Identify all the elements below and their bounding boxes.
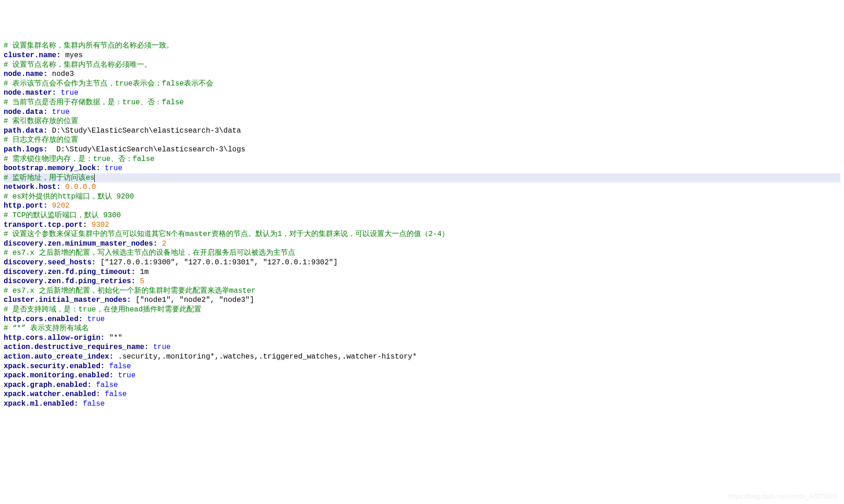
config-value: 9202 [48, 202, 70, 210]
config-value: ["node1", "node2", "node3"] [131, 296, 254, 304]
config-key: discovery.zen.fd.ping_retries: [4, 277, 135, 285]
code-line: # 监听地址，用于访问该es [4, 173, 840, 183]
config-key: action.destructive_requires_name: [4, 343, 149, 351]
config-key: xpack.ml.enabled: [4, 400, 78, 408]
config-value: myes [61, 51, 83, 59]
code-line: # 需求锁住物理内存，是：true、否：false [4, 155, 840, 164]
comment-text: # 日志文件存放的位置 [4, 136, 78, 144]
code-line: # 是否支持跨域，是：true，在使用head插件时需要此配置 [4, 305, 840, 315]
code-line: action.destructive_requires_name: true [4, 343, 840, 352]
code-line: cluster.initial_master_nodes: ["node1", … [4, 295, 840, 305]
comment-text: # 设置这个参数来保证集群中的节点可以知道其它N个有master资格的节点。默认… [4, 230, 449, 238]
code-line: # es7.x 之后新增的配置，初始化一个新的集群时需要此配置来选举master [4, 286, 840, 296]
config-value: D:\Study\ElasticSearch\elasticsearch-3\l… [48, 145, 245, 154]
config-key: xpack.monitoring.enabled: [4, 371, 114, 380]
config-key: cluster.initial_master_nodes: [4, 296, 131, 304]
config-key: network.host: [4, 183, 61, 191]
code-line: # 设置节点名称，集群内节点名称必须唯一。 [4, 60, 840, 70]
config-key: node.master: [4, 89, 56, 97]
code-line: # es7.x 之后新增的配置，写入候选主节点的设备地址，在开启服务后可以被选为… [4, 248, 840, 258]
comment-text: # 表示该节点会不会作为主节点，true表示会；false表示不会 [4, 80, 213, 88]
code-line: network.host: 0.0.0.0 [4, 182, 840, 192]
config-value: node3 [48, 70, 74, 78]
config-value: 2 [157, 240, 166, 248]
code-line: # 当前节点是否用于存储数据，是：true、否：false [4, 98, 840, 107]
config-value: ["127.0.0.1:9300", "127.0.0.1:9301", "12… [96, 258, 338, 267]
config-value: 1m [135, 268, 149, 276]
comment-text: # 索引数据存放的位置 [4, 117, 78, 125]
config-key: transport.tcp.port: [4, 221, 87, 229]
comment-text: # 设置节点名称，集群内节点名称必须唯一。 [4, 61, 151, 69]
config-code-block: # 设置集群名称，集群内所有节点的名称必须一致。cluster.name: my… [4, 41, 840, 408]
code-line: http.cors.allow-origin: "*" [4, 333, 840, 343]
comment-text: # 监听地址，用于访问该es [4, 174, 95, 182]
code-line: # 设置集群名称，集群内所有节点的名称必须一致。 [4, 41, 840, 51]
code-line: discovery.zen.minimum_master_nodes: 2 [4, 239, 840, 249]
comment-text: # 当前节点是否用于存储数据，是：true、否：false [4, 98, 184, 107]
code-line: node.master: true [4, 88, 840, 98]
config-value: "*" [105, 334, 122, 342]
comment-text: # 设置集群名称，集群内所有节点的名称必须一致。 [4, 42, 173, 50]
code-line: http.cors.enabled: true [4, 315, 840, 324]
code-line: xpack.monitoring.enabled: true [4, 371, 840, 381]
code-line: path.data: D:\Study\ElasticSearch\elasti… [4, 126, 840, 136]
code-line: http.port: 9202 [4, 201, 840, 211]
config-value: true [114, 371, 135, 380]
config-value: true [48, 108, 70, 116]
comment-text: # TCP的默认监听端口，默认 9300 [4, 211, 121, 220]
config-value: .security,.monitoring*,.watches,.trigger… [114, 353, 417, 361]
config-value: D:\Study\ElasticSearch\elasticsearch-3\d… [48, 127, 241, 135]
comment-text: # es对外提供的http端口，默认 9200 [4, 193, 134, 201]
code-line: bootstrap.memory_lock: true [4, 164, 840, 173]
config-value: true [83, 315, 105, 323]
config-key: http.cors.allow-origin: [4, 334, 105, 342]
config-key: xpack.security.enabled: [4, 362, 105, 370]
config-value: true [100, 164, 122, 172]
code-line: # 设置这个参数来保证集群中的节点可以知道其它N个有master资格的节点。默认… [4, 230, 840, 239]
config-key: discovery.seed_hosts: [4, 258, 96, 267]
config-key: path.logs: [4, 145, 48, 154]
comment-text: # 是否支持跨域，是：true，在使用head插件时需要此配置 [4, 306, 201, 314]
config-key: http.port: [4, 202, 48, 210]
code-line: node.data: true [4, 107, 840, 117]
code-line: transport.tcp.port: 9302 [4, 220, 840, 230]
code-line: cluster.name: myes [4, 51, 840, 60]
config-value: false [92, 381, 118, 389]
code-line: discovery.seed_hosts: ["127.0.0.1:9300",… [4, 258, 840, 268]
config-value: false [100, 390, 127, 398]
code-line: # 日志文件存放的位置 [4, 135, 840, 145]
config-key: bootstrap.memory_lock: [4, 164, 100, 172]
config-key: node.name: [4, 70, 48, 78]
code-line: # “*” 表示支持所有域名 [4, 324, 840, 333]
config-value: true [56, 89, 78, 97]
code-line: # TCP的默认监听端口，默认 9300 [4, 211, 840, 220]
config-key: action.auto_create_index: [4, 353, 114, 361]
comment-text: # 需求锁住物理内存，是：true、否：false [4, 155, 155, 163]
code-line: # 索引数据存放的位置 [4, 117, 840, 126]
config-value: 0.0.0.0 [61, 183, 96, 191]
code-line: xpack.graph.enabled: false [4, 381, 840, 390]
config-key: discovery.zen.fd.ping_timeout: [4, 268, 135, 276]
config-key: node.data: [4, 108, 48, 116]
config-key: http.cors.enabled: [4, 315, 83, 323]
config-key: path.data: [4, 127, 48, 135]
config-value: false [105, 362, 131, 370]
comment-text: # es7.x 之后新增的配置，初始化一个新的集群时需要此配置来选举master [4, 287, 255, 295]
code-line: # 表示该节点会不会作为主节点，true表示会；false表示不会 [4, 79, 840, 89]
config-key: xpack.watcher.enabled: [4, 390, 100, 398]
code-line: xpack.watcher.enabled: false [4, 390, 840, 399]
config-value: 5 [135, 277, 144, 285]
config-key: discovery.zen.minimum_master_nodes: [4, 240, 157, 248]
code-line: action.auto_create_index: .security,.mon… [4, 352, 840, 362]
config-key: cluster.name: [4, 51, 61, 59]
code-line: xpack.ml.enabled: false [4, 399, 840, 409]
code-line: discovery.zen.fd.ping_retries: 5 [4, 277, 840, 286]
config-value: 9302 [87, 221, 109, 229]
code-line: xpack.security.enabled: false [4, 362, 840, 371]
config-value: true [149, 343, 171, 351]
code-line: discovery.zen.fd.ping_timeout: 1m [4, 268, 840, 277]
comment-text: # “*” 表示支持所有域名 [4, 324, 89, 332]
comment-text: # es7.x 之后新增的配置，写入候选主节点的设备地址，在开启服务后可以被选为… [4, 249, 295, 257]
code-line: node.name: node3 [4, 70, 840, 79]
code-line: path.logs: D:\Study\ElasticSearch\elasti… [4, 145, 840, 155]
